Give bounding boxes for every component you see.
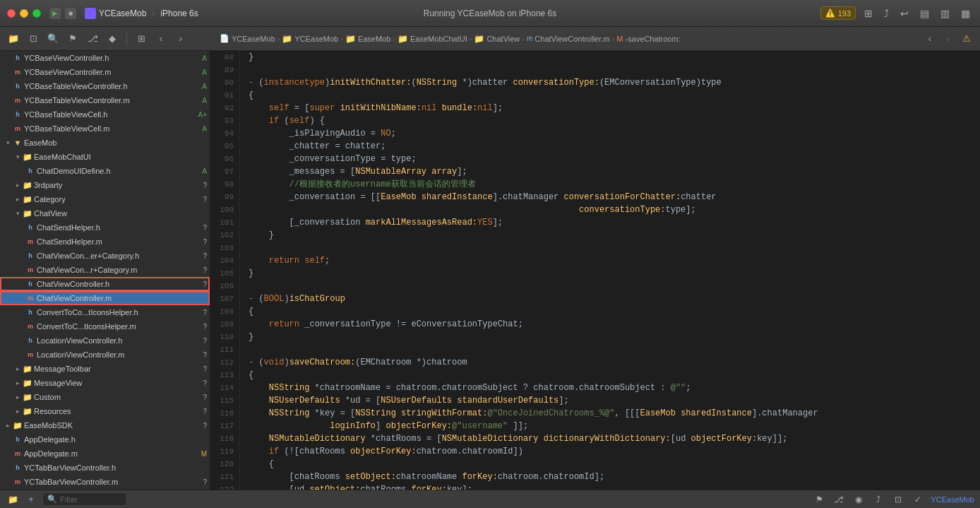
- bc-folder2-label: EaseMob: [358, 35, 390, 43]
- code-line-88: }: [249, 51, 980, 64]
- panel-left-icon[interactable]: ▤: [917, 6, 932, 20]
- code-line-91: {: [249, 89, 980, 102]
- sidebar-item-ConvertToCo-m[interactable]: m ConvertToC...tIconsHelper.m ?: [0, 319, 210, 333]
- sidebar-item-ChatViewCon-cat-m[interactable]: m ChatViewCon...r+Category.m ?: [0, 263, 210, 277]
- sidebar-item-ConvertToCo-h[interactable]: h ConvertToCo...tIconsHelper.h ?: [0, 305, 210, 319]
- sidebar-item-YCBaseTableViewCell-m[interactable]: m YCBaseTableViewCell.m A: [0, 122, 210, 136]
- sidebar-item-ChatSendHelper-m[interactable]: m ChatSendHelper.m ?: [0, 235, 210, 249]
- sidebar-item-ChatSendHelper-h[interactable]: h ChatSendHelper.h ?: [0, 220, 210, 235]
- sidebar-item-MessageView[interactable]: ▸ 📁 MessageView ?: [0, 376, 210, 390]
- file-m-icon: m: [25, 265, 35, 275]
- code-content[interactable]: } - (instancetype)initWithChatter:(NSStr…: [240, 51, 980, 490]
- layout-icon[interactable]: ⊞: [861, 6, 876, 20]
- traffic-lights: [7, 9, 41, 18]
- warning-toolbar-icon[interactable]: ⚑: [65, 31, 80, 47]
- search-icon[interactable]: 🔍: [45, 31, 61, 47]
- breadcrumb-folder4[interactable]: 📁 ChatView: [474, 34, 520, 44]
- sidebar-item-YCBaseTableViewCell-h[interactable]: h YCBaseTableViewCell.h A+: [0, 107, 210, 122]
- status-app-name: YCEaseMob: [931, 495, 974, 504]
- folder-blue-icon: 📁: [23, 152, 32, 162]
- code-line-98: //根据接收者的username获取当前会话的管理者: [249, 178, 980, 191]
- back-editor-icon[interactable]: ‹: [153, 31, 169, 47]
- sidebar-item-YCBaseViewController-m[interactable]: m YCBaseViewController.m A: [0, 65, 210, 79]
- sidebar-item-YCTabBarViewController-m[interactable]: m YCTabBarViewController.m ?: [0, 475, 210, 489]
- status-warning-icon[interactable]: ⚑: [812, 492, 826, 507]
- code-line-102: }: [249, 229, 980, 242]
- panel-bottom-icon[interactable]: ▥: [938, 6, 952, 20]
- sidebar-item-MessageToolbar[interactable]: ▸ 📁 MessageToolbar ?: [0, 362, 210, 376]
- warning-nav-icon[interactable]: ⚠: [959, 31, 974, 47]
- folder-icon[interactable]: 📁: [6, 31, 21, 47]
- code-line-115: NSUserDefaults *ud = [NSUserDefaults sta…: [249, 394, 980, 407]
- sidebar-item-YCTabBarViewController-h[interactable]: h YCTabBarViewController.h: [0, 461, 210, 475]
- editor-forward-icon[interactable]: ›: [940, 31, 956, 47]
- breadcrumb-folder3[interactable]: 📁 EaseMobChatUI: [398, 34, 467, 44]
- sidebar-item-ChatViewCon-cat-h[interactable]: h ChatViewCon...er+Category.h ?: [0, 249, 210, 263]
- code-line-92: self = [super initWithNibName:nil bundle…: [249, 102, 980, 114]
- toolbar: 📁 ⊡ 🔍 ⚑ ⎇ ◆ ⊞ ‹ › 📄 YCEaseMob › 📁 YCEase…: [0, 27, 980, 51]
- sidebar-item-Resources[interactable]: ▸ 📁 Resources ?: [0, 404, 210, 418]
- sidebar-item-ChatViewController-h[interactable]: h ChatViewController.h ?: [0, 277, 210, 291]
- warning-badge[interactable]: ⚠️ 193: [820, 6, 856, 20]
- breadcrumb-folder2[interactable]: 📁 EaseMob: [345, 34, 390, 44]
- sidebar-item-AppDelegate-m[interactable]: m AppDelegate.m M: [0, 447, 210, 461]
- code-editor[interactable]: 88 89 90 91 92 93 94 95 96 97 98 99 100 …: [210, 51, 980, 490]
- code-line-110: }: [249, 331, 980, 343]
- back-nav-icon[interactable]: ↩: [897, 6, 912, 20]
- forward-editor-icon[interactable]: ›: [173, 31, 189, 47]
- git-icon[interactable]: ⎇: [85, 31, 100, 47]
- code-line-97: _messages = [NSMutableArray array];: [249, 165, 980, 178]
- sidebar-item-ChatDemoUIDefine-h[interactable]: h ChatDemoUIDefine.h A: [0, 164, 210, 178]
- sidebar-item-EaseMobSDK[interactable]: ▸ 📁 EaseMobSDK ?: [0, 418, 210, 432]
- status-folder-icon[interactable]: 📁: [6, 492, 20, 507]
- grid-icon[interactable]: ⊞: [133, 31, 149, 47]
- sidebar-item-Custom[interactable]: ▸ 📁 Custom ?: [0, 390, 210, 404]
- sidebar-item-YCBaseTableViewController-m[interactable]: m YCBaseTableViewController.m A: [0, 93, 210, 107]
- share-icon[interactable]: ⤴: [881, 6, 892, 20]
- status-thread-icon[interactable]: ⎇: [832, 492, 846, 507]
- sidebar-item-LocationViewController-h[interactable]: h LocationViewController.h ?: [0, 333, 210, 348]
- sidebar-item-YCBaseTableViewController-h[interactable]: h YCBaseTableViewController.h A: [0, 79, 210, 93]
- status-add-icon[interactable]: +: [24, 492, 38, 507]
- stop-button[interactable]: ■: [65, 8, 76, 19]
- fullscreen-button[interactable]: [32, 9, 41, 18]
- status-share-icon[interactable]: ⤴: [871, 492, 885, 507]
- filter-placeholder: Filter: [60, 495, 77, 504]
- status-check-icon[interactable]: ✓: [911, 492, 925, 507]
- bc-sep-4: ›: [470, 35, 472, 43]
- sidebar-item-LocationViewController-m[interactable]: m LocationViewController.m ?: [0, 348, 210, 362]
- toolbar-left: 📁 ⊡ 🔍 ⚑ ⎇ ◆ ⊞ ‹ ›: [6, 31, 214, 47]
- panel-right-icon[interactable]: ▦: [958, 6, 973, 20]
- bc-sep-3: ›: [393, 35, 395, 43]
- sidebar-item-Category[interactable]: ▸ 📁 Category ?: [0, 192, 210, 206]
- bc-sep-5: ›: [522, 35, 525, 43]
- breadcrumb-folder1[interactable]: 📁 YCEaseMob: [282, 34, 338, 44]
- play-button[interactable]: ▶: [49, 8, 61, 19]
- breakpoint-icon[interactable]: ◆: [104, 31, 120, 47]
- status-cpu-icon[interactable]: ⊡: [891, 492, 905, 507]
- close-button[interactable]: [7, 9, 16, 18]
- warning-count: 193: [838, 9, 851, 18]
- search-filter[interactable]: 🔍 Filter: [42, 492, 127, 506]
- editor-back-icon[interactable]: ‹: [922, 31, 938, 47]
- status-location-icon[interactable]: ◉: [851, 492, 866, 507]
- bc-sep-2: ›: [340, 35, 343, 43]
- sidebar-item-AppDelegate-h[interactable]: h AppDelegate.h: [0, 432, 210, 447]
- sidebar-item-YCBaseViewController-h[interactable]: h YCBaseViewController.h A: [0, 51, 210, 65]
- sidebar-item-EaseMobChatUI[interactable]: ▾ 📁 EaseMobChatUI: [0, 150, 210, 164]
- breadcrumb-method[interactable]: M -saveChatroom:: [616, 35, 680, 43]
- file-h-icon: h: [25, 307, 35, 317]
- toolbar-icon-2[interactable]: ⊡: [25, 31, 41, 47]
- folder-icon: 📁: [23, 392, 32, 402]
- sidebar-item-ChatView[interactable]: ▾ 📁 ChatView: [0, 206, 210, 220]
- folder3-icon: 📁: [398, 34, 408, 44]
- arrow-right-icon: ▸: [13, 378, 23, 388]
- sidebar-item-3rdparty[interactable]: ▸ 📁 3rdparty ?: [0, 178, 210, 192]
- sidebar-item-ChatViewController-m[interactable]: m ChatViewController.m: [0, 291, 210, 305]
- breadcrumb-file[interactable]: m ChatViewController.m: [527, 35, 610, 43]
- breadcrumb-project[interactable]: 📄 YCEaseMob: [220, 34, 275, 43]
- minimize-button[interactable]: [20, 9, 28, 18]
- editor-nav: ‹ › ⚠: [922, 31, 974, 47]
- arrow-right-icon: ▸: [13, 406, 23, 416]
- sidebar-item-EaseMob[interactable]: ▾ ▼ EaseMob: [0, 136, 210, 150]
